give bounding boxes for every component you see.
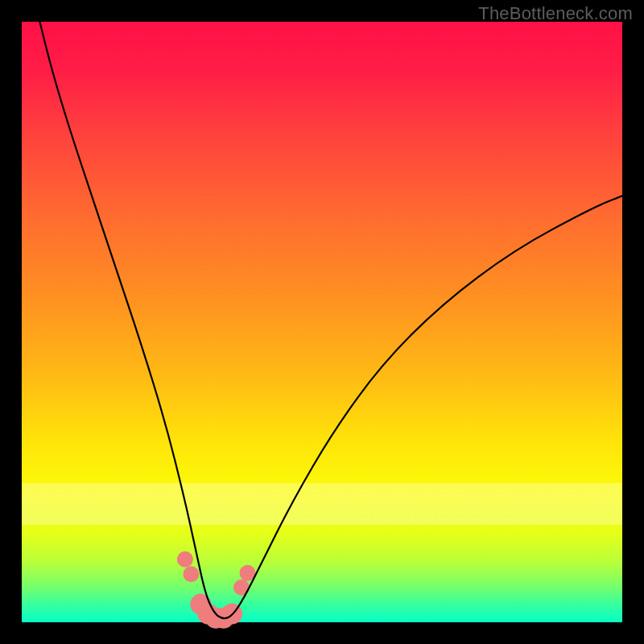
marker-group	[177, 551, 256, 629]
chart-frame: TheBottleneck.com	[0, 0, 644, 644]
highlight-marker	[183, 566, 199, 582]
chart-svg	[22, 22, 622, 622]
highlight-marker	[177, 551, 193, 568]
bottleneck-curve	[39, 22, 622, 618]
plot-area	[22, 22, 622, 622]
watermark-text: TheBottleneck.com	[478, 3, 633, 24]
